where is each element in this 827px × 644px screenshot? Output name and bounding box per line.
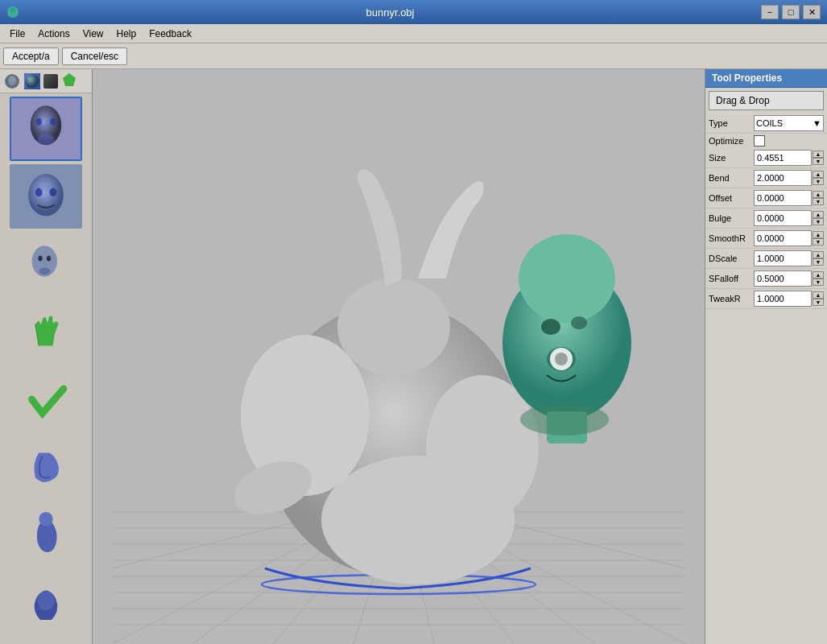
- optimize-row: Optimize: [705, 134, 827, 148]
- sidebar: [0, 69, 93, 644]
- prop-row-bulge: Bulge 0.0000 ▲ ▼: [705, 208, 827, 229]
- sidebar-arrow-icon: [3, 72, 21, 90]
- optimize-label: Optimize: [709, 136, 754, 146]
- prop-row-offset: Offset 0.0000 ▲ ▼: [705, 188, 827, 208]
- menu-help[interactable]: Help: [110, 27, 143, 41]
- prop-spinner-2: ▲ ▼: [813, 191, 824, 205]
- svg-point-55: [520, 403, 609, 436]
- svg-point-45: [337, 279, 450, 375]
- spin-down-3[interactable]: ▼: [813, 218, 824, 225]
- prop-value-6[interactable]: 0.5000: [754, 270, 812, 287]
- spin-up-2[interactable]: ▲: [813, 191, 824, 198]
- svg-point-8: [36, 118, 42, 126]
- title-bar: bunnyr.obj − □ ✕: [0, 0, 827, 24]
- type-dropdown-icon: ▼: [813, 118, 821, 128]
- model-thumb-1[interactable]: [10, 97, 82, 161]
- cancel-button[interactable]: Cancel/esc: [62, 47, 127, 65]
- prop-row-tweakr: TweakR 1.0000 ▲ ▼: [705, 289, 827, 309]
- prop-rows: Size 0.4551 ▲ ▼ Bend 2.0000 ▲ ▼ Offset 0…: [705, 148, 827, 309]
- cube-tool-button[interactable]: [43, 74, 58, 89]
- sidebar-toolbar: [0, 69, 92, 93]
- model-thumb-3[interactable]: [10, 232, 82, 296]
- right-panel: Tool Properties Drag & Drop Type COILS ▼…: [705, 69, 827, 644]
- prop-label-5: DScale: [709, 254, 754, 263]
- prop-spinner-0: ▲ ▼: [813, 151, 824, 165]
- prop-value-0[interactable]: 0.4551: [754, 150, 812, 166]
- menu-actions[interactable]: Actions: [31, 27, 76, 41]
- prop-value-1[interactable]: 2.0000: [754, 170, 812, 186]
- prop-label-7: TweakR: [709, 294, 754, 303]
- spin-up-4[interactable]: ▲: [813, 231, 824, 238]
- type-row: Type COILS ▼: [705, 114, 827, 134]
- spin-down-2[interactable]: ▼: [813, 198, 824, 205]
- svg-point-17: [47, 256, 51, 262]
- type-label: Type: [709, 118, 754, 128]
- spin-down-1[interactable]: ▼: [813, 178, 824, 185]
- svg-point-53: [555, 353, 568, 365]
- svg-point-10: [38, 134, 55, 145]
- prop-row-dscale: DScale 1.0000 ▲ ▼: [705, 249, 827, 269]
- model-thumb-2[interactable]: [10, 164, 82, 229]
- pentagon-tool-button[interactable]: [61, 72, 77, 90]
- svg-point-49: [541, 319, 560, 335]
- sphere-tool-button[interactable]: [24, 73, 40, 89]
- prop-spinner-6: ▲ ▼: [813, 271, 824, 286]
- prop-label-2: Offset: [709, 193, 754, 203]
- spin-up-6[interactable]: ▲: [813, 271, 824, 279]
- svg-point-11: [28, 174, 64, 217]
- svg-point-4: [10, 76, 14, 81]
- canvas-area[interactable]: [93, 69, 705, 644]
- prop-row-bend: Bend 2.0000 ▲ ▼: [705, 168, 827, 188]
- sidebar-scroll[interactable]: [0, 93, 92, 644]
- model-thumb-6[interactable]: [10, 435, 82, 499]
- viewport-models: [93, 69, 705, 644]
- prop-row-sfalloff: SFalloff 0.5000 ▲ ▼: [705, 269, 827, 289]
- model-thumb-8[interactable]: [10, 570, 82, 634]
- type-select[interactable]: COILS ▼: [754, 115, 824, 131]
- svg-point-1: [10, 8, 15, 13]
- spin-down-5[interactable]: ▼: [813, 258, 824, 266]
- prop-label-4: SmoothR: [709, 233, 754, 243]
- spin-up-7[interactable]: ▲: [813, 291, 824, 299]
- prop-value-4[interactable]: 0.0000: [754, 230, 812, 246]
- app-icon: [6, 6, 19, 19]
- main-area: Tool Properties Drag & Drop Type COILS ▼…: [0, 69, 827, 644]
- minimize-button[interactable]: −: [761, 5, 779, 19]
- spin-up-3[interactable]: ▲: [813, 211, 824, 218]
- spin-down-4[interactable]: ▼: [813, 238, 824, 246]
- svg-point-16: [38, 256, 42, 262]
- spin-up-5[interactable]: ▲: [813, 251, 824, 258]
- type-value: COILS: [756, 118, 783, 128]
- restore-button[interactable]: □: [782, 5, 800, 19]
- spin-down-7[interactable]: ▼: [813, 299, 824, 306]
- prop-value-2[interactable]: 0.0000: [754, 190, 812, 206]
- spin-up-0[interactable]: ▲: [813, 151, 824, 158]
- model-thumb-5[interactable]: [10, 367, 82, 431]
- prop-label-6: SFalloff: [709, 274, 754, 283]
- prop-value-3[interactable]: 0.0000: [754, 210, 812, 226]
- menu-feedback[interactable]: Feedback: [143, 27, 198, 41]
- prop-spinner-3: ▲ ▼: [813, 211, 824, 225]
- window-title: bunnyr.obj: [19, 6, 761, 19]
- model-thumb-7[interactable]: [10, 502, 82, 567]
- svg-point-19: [39, 512, 53, 526]
- model-thumb-4[interactable]: [10, 299, 82, 364]
- spin-down-0[interactable]: ▼: [813, 158, 824, 165]
- prop-value-5[interactable]: 1.0000: [754, 250, 812, 266]
- prop-spinner-7: ▲ ▼: [813, 291, 824, 306]
- spin-down-6[interactable]: ▼: [813, 279, 824, 286]
- spin-up-1[interactable]: ▲: [813, 171, 824, 178]
- svg-point-14: [40, 184, 52, 192]
- accept-button[interactable]: Accept/a: [3, 47, 59, 65]
- menu-view[interactable]: View: [76, 27, 110, 41]
- close-button[interactable]: ✕: [803, 5, 821, 19]
- prop-value-7[interactable]: 1.0000: [754, 291, 812, 307]
- tool-properties-title: Tool Properties: [705, 69, 827, 88]
- optimize-checkbox[interactable]: [754, 135, 765, 147]
- toolbar: Accept/a Cancel/esc: [0, 43, 827, 69]
- menu-bar: File Actions View Help Feedback: [0, 24, 827, 43]
- drag-drop-button[interactable]: Drag & Drop: [709, 91, 824, 110]
- prop-row-size: Size 0.4551 ▲ ▼: [705, 148, 827, 168]
- menu-file[interactable]: File: [3, 27, 31, 41]
- svg-point-5: [25, 74, 39, 89]
